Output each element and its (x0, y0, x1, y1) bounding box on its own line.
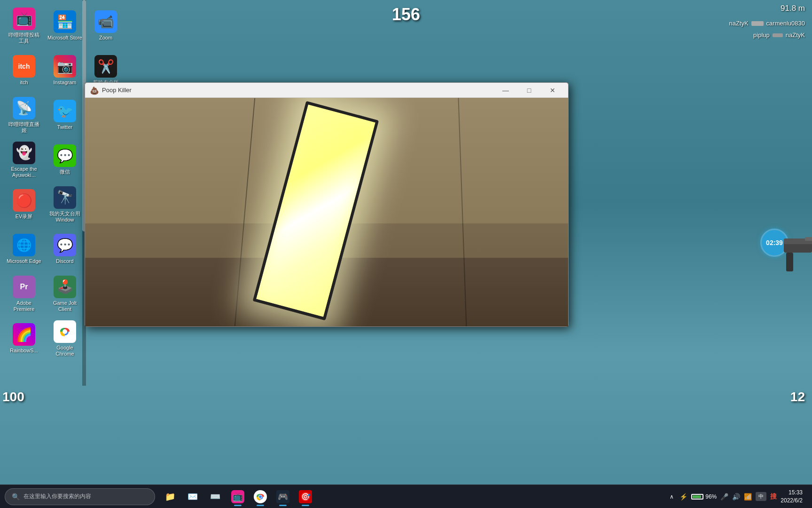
player2-gun-icon (773, 33, 783, 37)
desktop-icon-instagram[interactable]: 📷 Instagram (46, 49, 84, 92)
itch-icon: itch (13, 55, 35, 78)
window-controls: — □ ✕ (495, 83, 563, 98)
hud-kills: 12 (790, 389, 805, 405)
wechat-label: 微信 (60, 169, 70, 175)
tray-expand-button[interactable]: ∧ (668, 492, 676, 501)
language-indicator[interactable]: 中 (756, 492, 766, 501)
battery-indicator: 96% (691, 493, 717, 500)
player1-name: naZtyK (729, 19, 748, 29)
desktop-icon-ev[interactable]: 🔴 EV录屏 (5, 183, 43, 226)
instagram-icon: 📷 (54, 55, 76, 78)
desktop-icon-bilibili-live[interactable]: 📡 哔哩哔哩直播姬 (5, 94, 43, 136)
input-method-tray-icon: 搜 (770, 492, 777, 501)
mail-icon: ✉️ (186, 490, 199, 503)
ev-icon: 🔴 (13, 189, 35, 212)
premiere-icon: Pr (13, 276, 35, 298)
itch-label: itch (20, 79, 28, 86)
taskbar-input-method[interactable]: ⌨️ (205, 486, 226, 507)
gamejolt-icon: 🕹️ (54, 276, 76, 298)
taskbar-pinned-apps: 📁 ✉️ ⌨️ 📺 🎮 (160, 486, 668, 507)
close-button[interactable]: ✕ (542, 83, 563, 98)
taskbar-file-explorer[interactable]: 📁 (160, 486, 180, 507)
discord-label: Discord (56, 258, 73, 264)
clock-area[interactable]: 15:33 2022/6/2 (781, 489, 803, 505)
ev-label: EV录屏 (16, 214, 33, 220)
desktop-icon-twitter[interactable]: 🐦 Twitter (46, 94, 84, 136)
taskbar-bilibili[interactable]: 📺 (227, 486, 248, 507)
twitter-label: Twitter (57, 124, 72, 130)
desktop-icon-rainbow[interactable]: 🌈 RainbowS... (5, 318, 43, 360)
clock-date: 2022/6/2 (781, 497, 803, 505)
window-titlebar[interactable]: 💩 Poop Killer — □ ✕ (85, 83, 568, 98)
network-icon[interactable]: 📶 (744, 493, 752, 500)
desktop-icon-bilibili-tool[interactable]: 📺 哔哩哔哩投稿工具 (5, 5, 43, 47)
astronomy-icon: 🔭 (54, 186, 76, 209)
rainbow-label: RainbowS... (10, 348, 38, 354)
desktop-icon-wechat[interactable]: 💬 微信 (46, 139, 84, 181)
volume-icon[interactable]: 🔊 (732, 493, 740, 500)
window-app-icon: 💩 (90, 86, 98, 95)
desktop-icon-premiere[interactable]: Pr Adobe Premiere (5, 273, 43, 315)
twitter-icon: 🐦 (54, 100, 76, 122)
desktop-icon-itch[interactable]: itch itch (5, 49, 43, 92)
taskbar-search[interactable]: 🔍 在这里输入你要搜索的内容 (5, 488, 155, 505)
taskbar-steam[interactable]: 🎮 (273, 486, 293, 507)
taskbar: 🔍 在这里输入你要搜索的内容 📁 ✉️ ⌨️ 📺 (0, 484, 812, 508)
premiere-label: Adobe Premiere (7, 300, 41, 312)
chrome-label: Google Chrome (47, 345, 82, 357)
rainbow-icon: 🌈 (13, 323, 35, 346)
desktop-icon-gamejolt[interactable]: 🕹️ Game Jolt Client (46, 273, 84, 315)
bilibili-live-icon: 📡 (13, 97, 35, 119)
zoom-icon: 📹 (94, 10, 117, 33)
desktop-icon-zoom[interactable]: 📹 Zoom (86, 5, 125, 47)
battery-bar (691, 494, 703, 500)
bilibili-tool-icon: 📺 (13, 8, 35, 30)
player-row-2: piplup naZtyK (729, 31, 805, 40)
svg-rect-6 (805, 237, 812, 241)
game-scene-inner (85, 98, 568, 326)
desktop-icon-edge[interactable]: 🌐 Microsoft Edge (5, 228, 43, 270)
hud-score: 156 (392, 5, 420, 24)
desktop-icon-chrome[interactable]: Google Chrome (46, 318, 84, 360)
minimize-button[interactable]: — (495, 83, 516, 98)
discord-icon: 💬 (54, 234, 76, 256)
bilibili-tool-label: 哔哩哔哩投稿工具 (7, 32, 41, 44)
wechat-icon: 💬 (54, 144, 76, 167)
search-icon: 🔍 (12, 493, 20, 500)
edge-label: Microsoft Edge (7, 258, 41, 264)
svg-rect-4 (786, 253, 793, 271)
desktop-icon-astronomy[interactable]: 🔭 我的天文台用 Window (46, 183, 84, 226)
jianying-icon: ✂️ (94, 55, 117, 78)
file-explorer-icon: 📁 (164, 490, 177, 503)
power-icon: ⚡ (679, 493, 687, 500)
svg-point-2 (62, 329, 67, 334)
desktop-icon-discord[interactable]: 💬 Discord (46, 228, 84, 270)
taskbar-chrome[interactable] (250, 486, 271, 507)
desktop-icon-escape[interactable]: 👻 Escape the Ayuwoki... (5, 139, 43, 181)
taskbar-game[interactable]: 🎯 (295, 486, 316, 507)
crosshair (322, 206, 331, 218)
desktop-icon-ms-store[interactable]: 🏪 Microsoft Store (46, 5, 84, 47)
escape-icon: 👻 (13, 142, 35, 164)
ms-store-icon: 🏪 (54, 10, 76, 33)
clock-time: 15:33 (781, 489, 803, 497)
hud-hp: 100 (2, 389, 24, 405)
instagram-label: Instagram (54, 79, 77, 86)
window-game-content (85, 98, 568, 326)
search-placeholder-text: 在这里输入你要搜索的内容 (23, 492, 91, 500)
escape-label: Escape the Ayuwoki... (7, 166, 41, 178)
bilibili-taskbar-icon: 📺 (231, 490, 244, 503)
player2-name: piplup (753, 31, 770, 40)
taskbar-mail[interactable]: ✉️ (182, 486, 203, 507)
window-title-text: Poop Killer (102, 87, 495, 94)
astronomy-label: 我的天文台用 Window (47, 211, 82, 223)
poop-killer-window: 💩 Poop Killer — □ ✕ (85, 82, 569, 327)
hud-players-list: naZtyK carmenlu0830 piplup naZtyK (729, 19, 805, 40)
maximize-button[interactable]: □ (518, 83, 540, 98)
steam-taskbar-icon: 🎮 (276, 490, 289, 503)
player1-target: carmenlu0830 (766, 19, 805, 29)
chrome-taskbar-icon (254, 490, 267, 503)
weapon-svg (756, 203, 812, 297)
microphone-icon[interactable]: 🎤 (720, 493, 728, 500)
player-row-1: naZtyK carmenlu0830 (729, 19, 805, 29)
